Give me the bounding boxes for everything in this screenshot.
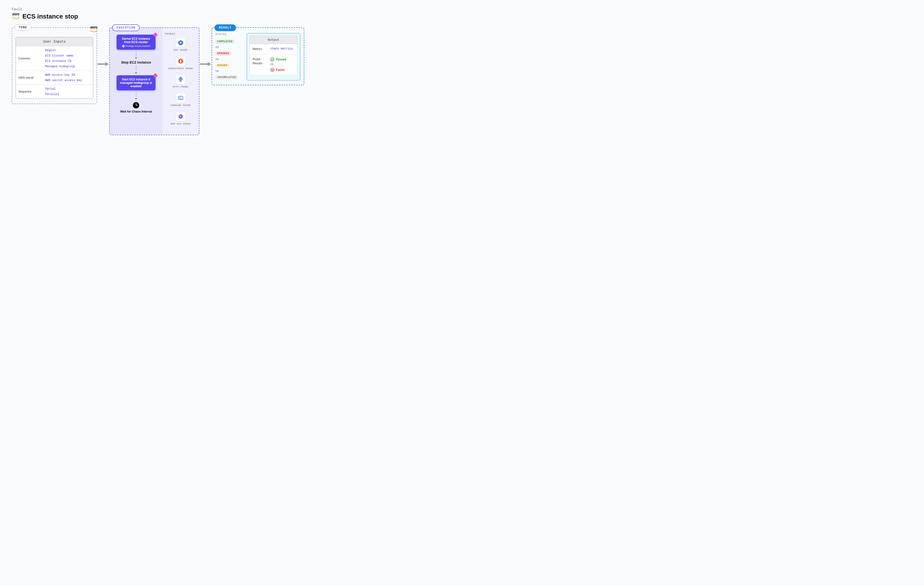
check-circle-icon <box>270 57 274 62</box>
clock-icon <box>133 102 139 109</box>
gauge-icon <box>176 112 186 121</box>
step-wait: Wait for Chaos Interval <box>120 110 152 113</box>
k8s-icon <box>176 38 186 48</box>
privilege-icon: ✦ <box>122 45 125 47</box>
svg-rect-4 <box>180 62 182 63</box>
probe-results-row: Probe Results Passed OR Failed <box>250 54 297 75</box>
probes-header: PROBES <box>165 33 196 35</box>
aws-corner-icon: aws <box>90 25 98 34</box>
group-aws-secret: AWS secret AWS access key ID AWS secret … <box>16 71 93 84</box>
title-row: aws ECS instance stop <box>12 12 912 20</box>
metrics-row: Metrics chaos metrics <box>250 44 297 54</box>
status-errored: ERRORED <box>216 51 231 56</box>
execution-panel: EXECUTION Derive EC2 instance from ECS c… <box>109 27 200 135</box>
probe-prometheus: PROMETHEUS PROBE <box>165 56 196 71</box>
status-queued: QUEUED <box>216 63 229 68</box>
arrow-right-icon <box>97 27 109 67</box>
tune-chip: TUNE <box>15 25 31 31</box>
globe-icon <box>176 74 186 84</box>
arrow-right-icon <box>200 27 211 67</box>
probe-k8s: K8S PROBE <box>165 38 196 52</box>
probe-srm: SRM SLO PROBE <box>165 112 196 126</box>
svg-rect-6 <box>178 96 183 100</box>
svg-point-8 <box>180 116 181 117</box>
status-completed: COMPLETED <box>216 40 234 44</box>
flow-column: Derive EC2 instance from ECS cluster ✦Pr… <box>110 28 162 135</box>
result-chip: RESULT <box>214 25 236 31</box>
prometheus-icon <box>176 56 186 66</box>
step-derive: Derive EC2 instance from ECS cluster ✦Pr… <box>117 35 155 50</box>
eyebrow: Fault <box>12 7 912 11</box>
x-circle-icon <box>270 68 274 72</box>
terminal-icon <box>176 93 186 103</box>
svg-point-2 <box>180 42 182 44</box>
group-sequence: Sequence Serial Parallel <box>16 84 93 99</box>
output-header: Output <box>250 36 297 44</box>
tune-panel: TUNE aws User Inputs Common Region ECS c… <box>12 27 97 104</box>
probes-column: PROBES K8S PROBE PROMETHEUS PROBE HTTP P… <box>162 28 199 135</box>
inputs-body: Common Region ECS cluster name EC2 insta… <box>16 46 93 99</box>
page-title: ECS instance stop <box>22 13 78 20</box>
status-header: STATUS <box>216 33 243 36</box>
execution-chip: EXECUTION <box>112 25 140 31</box>
result-panel: RESULT STATUS COMPLETED OR ERRORED OR QU… <box>211 27 304 85</box>
user-inputs-header: User Inputs <box>16 37 93 46</box>
aws-logo-icon: aws <box>12 12 20 20</box>
step-start: Start EC2 instance if managed nodegroup … <box>117 75 155 91</box>
corner-badge-icon <box>153 32 158 37</box>
probe-command: COMMAND PROBE <box>165 93 196 107</box>
corner-badge-icon <box>153 73 158 78</box>
output-card: Output Metrics chaos metrics Probe Resul… <box>247 33 300 81</box>
step-stop: Stop EC2 instance <box>121 61 151 64</box>
user-inputs-card: User Inputs Common Region ECS cluster na… <box>16 37 93 99</box>
status-incompleted: INCOMPLETED <box>216 75 238 79</box>
status-column: STATUS COMPLETED OR ERRORED OR QUEUED OR… <box>216 33 243 81</box>
group-common: Common Region ECS cluster name EC2 insta… <box>16 46 93 71</box>
probe-http: HTTP PROBE <box>165 74 196 89</box>
